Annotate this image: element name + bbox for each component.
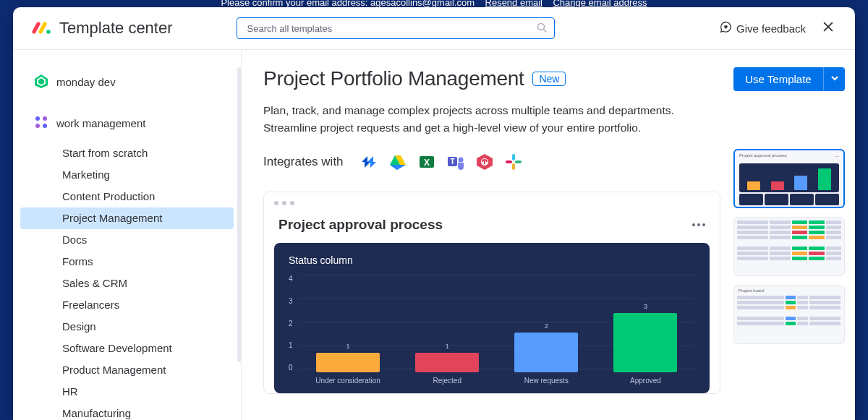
integration-slack-icon: [504, 153, 523, 171]
product-label: work management: [56, 117, 145, 129]
sidebar-category-item[interactable]: Freelancers: [20, 294, 234, 316]
chart-bars: 1Under consideration1Rejected2New reques…: [299, 291, 695, 385]
sidebar-category-item[interactable]: Product Management: [20, 359, 234, 381]
heart-chat-icon: [720, 21, 736, 35]
integration-excel-icon: X: [417, 153, 436, 171]
page-title: Template center: [59, 19, 173, 38]
sidebar-category-item[interactable]: Forms: [20, 251, 234, 273]
chart-bar: 3Approved: [605, 303, 685, 385]
monday-dev-icon: [33, 73, 49, 91]
sidebar-category-item[interactable]: HR: [20, 381, 234, 403]
sidebar-category-item[interactable]: Manufacturing: [20, 403, 234, 420]
preview-thumbnail-3[interactable]: Project board: [733, 285, 845, 344]
svg-rect-19: [512, 154, 515, 160]
main-area: Project Portfolio Management New Plan, t…: [242, 50, 855, 420]
chart-title: Status column: [289, 254, 695, 266]
sidebar-category-item[interactable]: Project Management: [20, 207, 234, 229]
svg-point-7: [35, 124, 40, 128]
integrates-label: Integrates with: [263, 155, 344, 169]
use-template-dropdown[interactable]: [823, 67, 845, 91]
window-dots-icon: [264, 192, 720, 214]
thumb-label: Project approval process: [739, 153, 787, 160]
preview-thumbnail-2[interactable]: [733, 217, 845, 276]
preview-card: Project approval process Status column 4…: [263, 192, 720, 394]
template-description: Plan, track, and manage complex projects…: [263, 102, 720, 137]
product-label: monday dev: [56, 76, 116, 88]
svg-point-16: [458, 158, 463, 163]
use-template-group: Use Template: [733, 67, 845, 91]
give-feedback-label: Give feedback: [736, 22, 806, 35]
svg-text:T: T: [450, 158, 454, 166]
thumb-more-icon: ⋯: [835, 153, 839, 160]
category-list: Start from scratchMarketingContent Produ…: [13, 142, 241, 420]
svg-point-0: [46, 30, 51, 34]
sidebar-category-item[interactable]: Design: [20, 316, 234, 338]
preview-title: Project approval process: [278, 217, 443, 233]
search-icon: [537, 22, 548, 33]
svg-marker-11: [390, 165, 406, 170]
status-chart: Status column 43210 1Under consideration…: [274, 243, 710, 393]
integration-google-drive-icon: [388, 153, 407, 171]
svg-point-1: [537, 24, 544, 30]
chart-bar: 2New requests: [506, 322, 586, 385]
sidebar-category-item[interactable]: Marketing: [20, 164, 234, 186]
preview-more-menu[interactable]: [692, 223, 705, 226]
svg-rect-20: [515, 160, 522, 163]
chart-bar: 1Under consideration: [308, 343, 388, 385]
sidebar-category-item[interactable]: Software Development: [20, 338, 234, 359]
work-management-icon: [33, 114, 49, 132]
svg-point-5: [35, 116, 40, 121]
integration-icons: X T: [359, 153, 523, 171]
monday-logo-icon: [32, 18, 52, 38]
sidebar-category-item[interactable]: Docs: [20, 229, 234, 251]
thumb-label: Project board: [739, 288, 765, 293]
search-wrapper: [237, 17, 555, 39]
integration-power-icon: [475, 153, 494, 171]
modal-header: Template center Give feedback: [13, 7, 855, 50]
template-center-modal: Template center Give feedback: [13, 7, 855, 420]
use-template-button[interactable]: Use Template: [733, 67, 823, 91]
give-feedback-link[interactable]: Give feedback: [720, 21, 806, 35]
svg-text:X: X: [424, 158, 430, 168]
svg-point-8: [43, 124, 47, 128]
integration-teams-icon: T: [446, 153, 465, 171]
svg-rect-22: [506, 160, 512, 163]
close-button[interactable]: [822, 20, 835, 36]
integration-jira-icon: [359, 153, 378, 171]
sidebar-category-item[interactable]: Start from scratch: [20, 142, 234, 164]
chart-bar: 1Rejected: [407, 343, 487, 385]
sidebar: monday dev work management Start from sc…: [13, 50, 242, 420]
sidebar-category-item[interactable]: Sales & CRM: [20, 273, 234, 294]
search-input[interactable]: [237, 17, 555, 39]
product-work-management[interactable]: work management: [13, 108, 241, 142]
template-title: Project Portfolio Management: [263, 67, 524, 90]
chart-y-axis: 43210: [289, 275, 299, 385]
preview-thumbnail-1[interactable]: Project approval process ⋯: [733, 149, 845, 208]
product-monday-dev[interactable]: monday dev: [13, 67, 241, 101]
svg-rect-21: [512, 163, 515, 170]
sidebar-category-item[interactable]: Content Production: [20, 186, 234, 207]
svg-point-6: [43, 116, 47, 121]
new-badge: New: [532, 72, 566, 86]
chevron-down-icon: [830, 74, 839, 85]
